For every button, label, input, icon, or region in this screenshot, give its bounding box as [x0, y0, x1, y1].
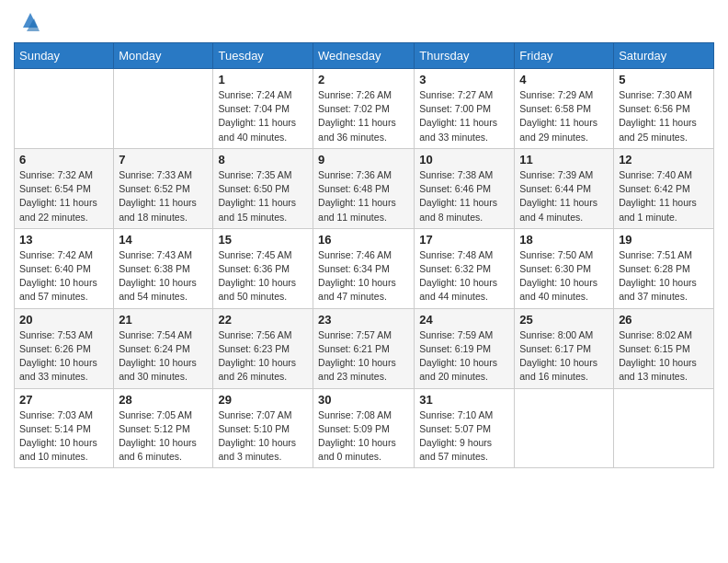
calendar-cell: 13Sunrise: 7:42 AMSunset: 6:40 PMDayligh… — [15, 228, 114, 308]
day-number: 13 — [19, 233, 108, 247]
calendar-table: SundayMondayTuesdayWednesdayThursdayFrid… — [14, 42, 714, 468]
calendar-cell: 29Sunrise: 7:07 AMSunset: 5:10 PMDayligh… — [213, 388, 313, 468]
weekday-header-monday: Monday — [114, 43, 213, 69]
day-info: Sunrise: 7:51 AMSunset: 6:28 PMDaylight:… — [619, 248, 709, 304]
weekday-header-row: SundayMondayTuesdayWednesdayThursdayFrid… — [15, 43, 714, 69]
day-number: 4 — [519, 73, 609, 86]
day-number: 9 — [318, 153, 409, 167]
calendar-cell: 28Sunrise: 7:05 AMSunset: 5:12 PMDayligh… — [114, 388, 213, 468]
calendar-cell: 15Sunrise: 7:45 AMSunset: 6:36 PMDayligh… — [213, 228, 313, 308]
weekday-header-sunday: Sunday — [15, 43, 114, 69]
calendar-cell: 23Sunrise: 7:57 AMSunset: 6:21 PMDayligh… — [313, 308, 415, 388]
day-number: 14 — [119, 233, 208, 247]
calendar-cell: 22Sunrise: 7:56 AMSunset: 6:23 PMDayligh… — [213, 308, 313, 388]
day-info: Sunrise: 7:26 AMSunset: 7:02 PMDaylight:… — [318, 88, 409, 144]
day-info: Sunrise: 7:03 AMSunset: 5:14 PMDaylight:… — [19, 408, 108, 465]
calendar-cell — [614, 388, 714, 468]
week-row-5: 27Sunrise: 7:03 AMSunset: 5:14 PMDayligh… — [15, 388, 714, 468]
day-info: Sunrise: 7:40 AMSunset: 6:42 PMDaylight:… — [619, 168, 709, 224]
day-info: Sunrise: 8:02 AMSunset: 6:15 PMDaylight:… — [619, 328, 709, 385]
calendar-cell: 26Sunrise: 8:02 AMSunset: 6:15 PMDayligh… — [614, 308, 714, 388]
calendar-cell: 18Sunrise: 7:50 AMSunset: 6:30 PMDayligh… — [515, 228, 614, 308]
day-number: 29 — [218, 393, 308, 407]
day-number: 24 — [419, 313, 509, 327]
day-info: Sunrise: 7:29 AMSunset: 6:58 PMDaylight:… — [519, 88, 609, 144]
calendar-cell: 17Sunrise: 7:48 AMSunset: 6:32 PMDayligh… — [415, 228, 515, 308]
day-number: 23 — [318, 313, 409, 327]
day-info: Sunrise: 7:48 AMSunset: 6:32 PMDaylight:… — [419, 248, 509, 304]
calendar-cell: 27Sunrise: 7:03 AMSunset: 5:14 PMDayligh… — [15, 388, 114, 468]
calendar-cell: 3Sunrise: 7:27 AMSunset: 7:00 PMDaylight… — [415, 69, 515, 149]
day-number: 21 — [119, 313, 208, 327]
calendar-cell: 10Sunrise: 7:38 AMSunset: 6:46 PMDayligh… — [415, 148, 515, 228]
day-info: Sunrise: 7:33 AMSunset: 6:52 PMDaylight:… — [119, 168, 208, 224]
day-number: 2 — [318, 73, 409, 86]
week-row-2: 6Sunrise: 7:32 AMSunset: 6:54 PMDaylight… — [15, 148, 714, 228]
day-info: Sunrise: 7:27 AMSunset: 7:00 PMDaylight:… — [419, 88, 509, 144]
day-number: 30 — [318, 393, 409, 407]
day-number: 1 — [218, 73, 308, 86]
day-number: 22 — [218, 313, 308, 327]
week-row-1: 1Sunrise: 7:24 AMSunset: 7:04 PMDaylight… — [15, 69, 714, 149]
calendar-cell: 11Sunrise: 7:39 AMSunset: 6:44 PMDayligh… — [515, 148, 614, 228]
weekday-header-tuesday: Tuesday — [213, 43, 313, 69]
calendar-cell: 1Sunrise: 7:24 AMSunset: 7:04 PMDaylight… — [213, 69, 313, 149]
day-number: 26 — [619, 313, 709, 327]
day-number: 31 — [419, 393, 509, 407]
day-number: 5 — [619, 73, 709, 86]
day-number: 15 — [218, 233, 308, 247]
day-info: Sunrise: 7:08 AMSunset: 5:09 PMDaylight:… — [318, 408, 409, 465]
week-row-3: 13Sunrise: 7:42 AMSunset: 6:40 PMDayligh… — [15, 228, 714, 308]
calendar-cell: 6Sunrise: 7:32 AMSunset: 6:54 PMDaylight… — [15, 148, 114, 228]
day-info: Sunrise: 7:32 AMSunset: 6:54 PMDaylight:… — [19, 168, 108, 224]
calendar-cell: 5Sunrise: 7:30 AMSunset: 6:56 PMDaylight… — [614, 69, 714, 149]
calendar-cell: 31Sunrise: 7:10 AMSunset: 5:07 PMDayligh… — [415, 388, 515, 468]
day-number: 12 — [619, 153, 709, 167]
calendar-cell: 14Sunrise: 7:43 AMSunset: 6:38 PMDayligh… — [114, 228, 213, 308]
day-info: Sunrise: 7:39 AMSunset: 6:44 PMDaylight:… — [519, 168, 609, 224]
day-number: 7 — [119, 153, 208, 167]
day-number: 18 — [519, 233, 609, 247]
day-number: 27 — [19, 393, 108, 407]
calendar-cell — [114, 69, 213, 149]
calendar-cell: 30Sunrise: 7:08 AMSunset: 5:09 PMDayligh… — [313, 388, 415, 468]
day-info: Sunrise: 7:24 AMSunset: 7:04 PMDaylight:… — [218, 88, 308, 144]
day-number: 3 — [419, 73, 509, 86]
day-info: Sunrise: 7:43 AMSunset: 6:38 PMDaylight:… — [119, 248, 208, 304]
day-number: 17 — [419, 233, 509, 247]
calendar-cell: 25Sunrise: 8:00 AMSunset: 6:17 PMDayligh… — [515, 308, 614, 388]
day-number: 16 — [318, 233, 409, 247]
logo — [14, 9, 43, 35]
weekday-header-thursday: Thursday — [415, 43, 515, 69]
page: SundayMondayTuesdayWednesdayThursdayFrid… — [0, 0, 728, 563]
day-info: Sunrise: 7:56 AMSunset: 6:23 PMDaylight:… — [218, 328, 308, 385]
calendar-cell: 20Sunrise: 7:53 AMSunset: 6:26 PMDayligh… — [15, 308, 114, 388]
weekday-header-friday: Friday — [515, 43, 614, 69]
day-info: Sunrise: 7:35 AMSunset: 6:50 PMDaylight:… — [218, 168, 308, 224]
day-info: Sunrise: 7:30 AMSunset: 6:56 PMDaylight:… — [619, 88, 709, 144]
calendar-cell: 12Sunrise: 7:40 AMSunset: 6:42 PMDayligh… — [614, 148, 714, 228]
day-info: Sunrise: 7:07 AMSunset: 5:10 PMDaylight:… — [218, 408, 308, 465]
calendar-cell: 24Sunrise: 7:59 AMSunset: 6:19 PMDayligh… — [415, 308, 515, 388]
day-info: Sunrise: 7:50 AMSunset: 6:30 PMDaylight:… — [519, 248, 609, 304]
calendar-cell: 8Sunrise: 7:35 AMSunset: 6:50 PMDaylight… — [213, 148, 313, 228]
day-number: 19 — [619, 233, 709, 247]
day-number: 28 — [119, 393, 208, 407]
day-info: Sunrise: 7:46 AMSunset: 6:34 PMDaylight:… — [318, 248, 409, 304]
logo-icon — [17, 9, 43, 35]
day-number: 25 — [519, 313, 609, 327]
calendar-cell — [515, 388, 614, 468]
day-info: Sunrise: 7:05 AMSunset: 5:12 PMDaylight:… — [119, 408, 208, 465]
day-info: Sunrise: 7:54 AMSunset: 6:24 PMDaylight:… — [119, 328, 208, 385]
day-number: 6 — [19, 153, 108, 167]
day-info: Sunrise: 7:38 AMSunset: 6:46 PMDaylight:… — [419, 168, 509, 224]
day-info: Sunrise: 7:59 AMSunset: 6:19 PMDaylight:… — [419, 328, 509, 385]
weekday-header-wednesday: Wednesday — [313, 43, 415, 69]
week-row-4: 20Sunrise: 7:53 AMSunset: 6:26 PMDayligh… — [15, 308, 714, 388]
calendar-cell: 16Sunrise: 7:46 AMSunset: 6:34 PMDayligh… — [313, 228, 415, 308]
day-info: Sunrise: 8:00 AMSunset: 6:17 PMDaylight:… — [519, 328, 609, 385]
day-number: 8 — [218, 153, 308, 167]
day-info: Sunrise: 7:36 AMSunset: 6:48 PMDaylight:… — [318, 168, 409, 224]
calendar-cell: 7Sunrise: 7:33 AMSunset: 6:52 PMDaylight… — [114, 148, 213, 228]
calendar-cell: 2Sunrise: 7:26 AMSunset: 7:02 PMDaylight… — [313, 69, 415, 149]
